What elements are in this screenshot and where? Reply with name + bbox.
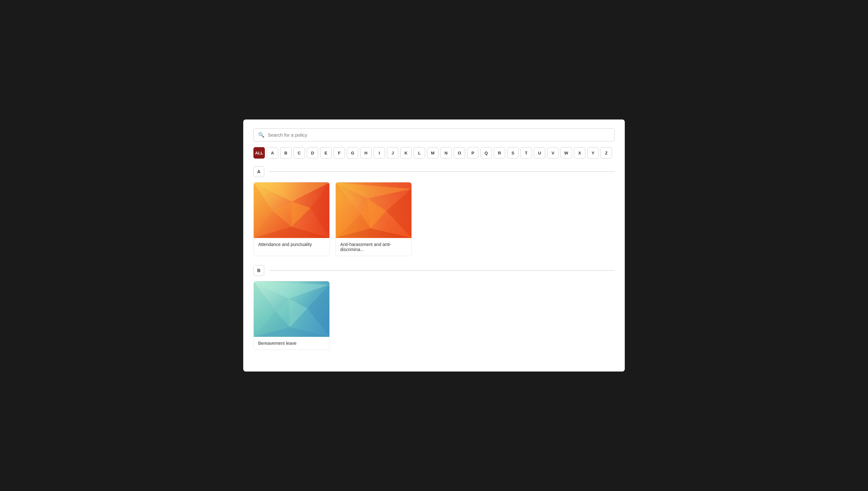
- main-container: 🔍 ALLABCDEFGHIJKLMNOPQRSTUVWXYZ A Atte: [243, 119, 625, 372]
- policy-card-bereavement[interactable]: Bereavement leave: [253, 281, 330, 350]
- alpha-btn-w[interactable]: W: [561, 147, 572, 158]
- cards-row-a: Attendance and punctuality Anti-harassme…: [253, 182, 615, 256]
- card-title-attendance: Attendance and punctuality: [254, 238, 329, 251]
- alpha-btn-u[interactable]: U: [534, 147, 545, 158]
- alpha-btn-y[interactable]: Y: [587, 147, 599, 158]
- search-icon: 🔍: [258, 132, 264, 138]
- search-input[interactable]: [268, 132, 610, 138]
- alpha-btn-k[interactable]: K: [400, 147, 412, 158]
- alpha-btn-s[interactable]: S: [507, 147, 519, 158]
- alpha-btn-b[interactable]: B: [280, 147, 291, 158]
- svg-marker-9: [386, 189, 412, 238]
- alpha-btn-g[interactable]: G: [347, 147, 358, 158]
- alphabet-filter: ALLABCDEFGHIJKLMNOPQRSTUVWXYZ: [253, 147, 615, 158]
- alpha-btn-h[interactable]: H: [360, 147, 372, 158]
- alpha-btn-d[interactable]: D: [307, 147, 318, 158]
- alpha-btn-v[interactable]: V: [547, 147, 559, 158]
- alpha-btn-q[interactable]: Q: [480, 147, 492, 158]
- alpha-btn-e[interactable]: E: [320, 147, 332, 158]
- search-bar: 🔍: [253, 128, 615, 141]
- card-thumbnail-bereavement: [254, 281, 329, 337]
- cards-row-b: Bereavement leave: [253, 281, 615, 350]
- alpha-btn-m[interactable]: M: [427, 147, 439, 158]
- alpha-btn-z[interactable]: Z: [600, 147, 612, 158]
- alpha-btn-x[interactable]: X: [574, 147, 585, 158]
- section-letter-badge-a: A: [253, 166, 264, 177]
- svg-marker-19: [288, 299, 307, 327]
- alpha-btn-a[interactable]: A: [267, 147, 278, 158]
- alpha-btn-f[interactable]: F: [334, 147, 345, 158]
- section-divider-b: [269, 270, 615, 271]
- section-letter-badge-b: B: [253, 265, 264, 276]
- alpha-btn-j[interactable]: J: [387, 147, 398, 158]
- alpha-btn-o[interactable]: O: [454, 147, 465, 158]
- svg-marker-2: [311, 183, 330, 238]
- card-title-bereavement: Bereavement leave: [254, 337, 329, 350]
- alpha-btn-r[interactable]: R: [494, 147, 505, 158]
- section-header-b: B: [253, 265, 615, 276]
- svg-marker-12: [367, 198, 386, 228]
- svg-marker-16: [307, 285, 329, 337]
- alpha-btn-l[interactable]: L: [414, 147, 425, 158]
- card-title-anti-harassment: Anti-harassment and anti-discrimina...: [336, 238, 412, 256]
- svg-marker-5: [291, 201, 311, 227]
- section-divider-a: [269, 171, 615, 172]
- svg-marker-14: [254, 282, 329, 299]
- alpha-btn-all[interactable]: ALL: [253, 147, 265, 158]
- alpha-btn-c[interactable]: C: [293, 147, 305, 158]
- card-thumbnail-anti-harassment: [336, 182, 412, 238]
- card-thumbnail-attendance: [254, 182, 329, 238]
- policy-card-attendance[interactable]: Attendance and punctuality: [253, 182, 330, 256]
- section-header-a: A: [253, 166, 615, 177]
- alpha-btn-p[interactable]: P: [467, 147, 478, 158]
- alpha-btn-t[interactable]: T: [521, 147, 532, 158]
- policy-card-anti-harassment[interactable]: Anti-harassment and anti-discrimina...: [335, 182, 412, 256]
- svg-marker-7: [336, 183, 412, 199]
- alpha-btn-i[interactable]: I: [373, 147, 385, 158]
- alpha-btn-n[interactable]: N: [440, 147, 452, 158]
